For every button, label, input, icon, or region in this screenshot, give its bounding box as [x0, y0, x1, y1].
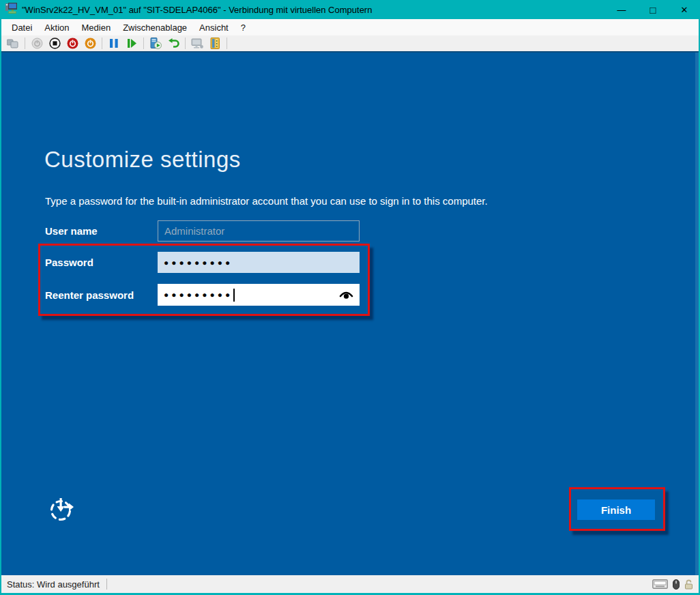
status-text: Status: Wird ausgeführt: [7, 579, 100, 590]
password-input[interactable]: ●●●●●●●●●: [158, 252, 360, 273]
page-title: Customize settings: [44, 147, 241, 173]
minimize-button[interactable]: —: [606, 0, 637, 19]
menu-zwischenablage[interactable]: Zwischenablage: [117, 20, 193, 35]
vmconnect-window: "WinSrv2k22_HV_VM_01" auf "SIT-SDELAP406…: [0, 0, 700, 595]
toolbar-separator: [25, 38, 25, 49]
ctrl-alt-del-icon: [7, 39, 19, 48]
reenter-password-masked-value: ●●●●●●●●●: [164, 290, 233, 300]
shut-down-icon: [67, 38, 78, 49]
toolbar-separator: [185, 38, 186, 49]
vm-display: Customize settings Type a password for t…: [1, 53, 699, 575]
password-reveal-button[interactable]: [339, 290, 353, 300]
save-state-button[interactable]: [81, 36, 99, 50]
finish-button[interactable]: Finish: [577, 499, 655, 520]
toolbar-separator: [102, 38, 102, 49]
keyboard-icon: [652, 579, 668, 589]
maximize-button[interactable]: □: [637, 0, 669, 19]
menu-ansicht[interactable]: Ansicht: [193, 20, 235, 35]
resume-button[interactable]: [123, 36, 141, 50]
enhanced-session-icon: [191, 38, 203, 49]
pause-button[interactable]: [105, 36, 123, 50]
toolbar-separator: [227, 38, 227, 49]
save-state-icon: [85, 38, 96, 49]
toolbar: [1, 35, 699, 53]
menubar: Datei Aktion Medien Zwischenablage Ansic…: [1, 19, 699, 35]
settings-button[interactable]: [206, 36, 224, 50]
pause-icon: [109, 38, 119, 48]
ease-of-access-icon: [47, 495, 76, 523]
window-title: "WinSrv2k22_HV_VM_01" auf "SIT-SDELAP406…: [22, 5, 372, 15]
lock-icon: [684, 579, 693, 590]
ctrl-alt-del-button[interactable]: [4, 36, 22, 50]
start-button[interactable]: [28, 36, 46, 50]
text-cursor: [233, 289, 235, 302]
menu-datei[interactable]: Datei: [5, 20, 38, 35]
resume-icon: [127, 38, 137, 48]
revert-icon: [168, 38, 179, 49]
enhanced-session-button[interactable]: [188, 36, 206, 50]
eye-icon: [339, 290, 353, 300]
turn-off-icon: [49, 38, 61, 49]
checkpoint-button[interactable]: [147, 36, 164, 50]
reenter-password-row: Reenter password ●●●●●●●●●: [45, 284, 360, 306]
vm-screen-right-edge: [695, 53, 699, 575]
window-controls: — □ ✕: [606, 0, 700, 19]
password-masked-value: ●●●●●●●●●: [164, 258, 233, 267]
shut-down-button[interactable]: [63, 36, 81, 50]
mouse-icon: [673, 579, 680, 590]
start-icon: [31, 38, 43, 49]
statusbar-indicators: [652, 579, 693, 590]
titlebar: "WinSrv2k22_HV_VM_01" auf "SIT-SDELAP406…: [0, 0, 700, 19]
ease-of-access-button[interactable]: [47, 495, 76, 526]
checkpoint-icon: [149, 38, 162, 49]
menu-medien[interactable]: Medien: [76, 20, 117, 35]
revert-button[interactable]: [164, 36, 182, 50]
statusbar: Status: Wird ausgeführt: [1, 575, 699, 593]
username-label: User name: [45, 225, 158, 237]
menu-aktion[interactable]: Aktion: [38, 20, 75, 35]
password-row: Password ●●●●●●●●●: [45, 252, 360, 273]
username-input[interactable]: [158, 220, 360, 242]
setup-description: Type a password for the built-in adminis…: [45, 195, 488, 207]
statusbar-separator: [106, 579, 107, 590]
settings-icon: [210, 38, 220, 49]
close-button[interactable]: ✕: [669, 0, 700, 19]
vmconnect-app-icon: [5, 3, 18, 17]
menu-hilfe[interactable]: ?: [235, 20, 252, 35]
password-label: Password: [45, 257, 158, 268]
reenter-password-input[interactable]: ●●●●●●●●●: [158, 284, 360, 306]
reenter-password-label: Reenter password: [45, 289, 158, 301]
toolbar-separator: [143, 38, 144, 49]
turn-off-button[interactable]: [46, 36, 63, 50]
username-row: User name: [45, 220, 360, 242]
